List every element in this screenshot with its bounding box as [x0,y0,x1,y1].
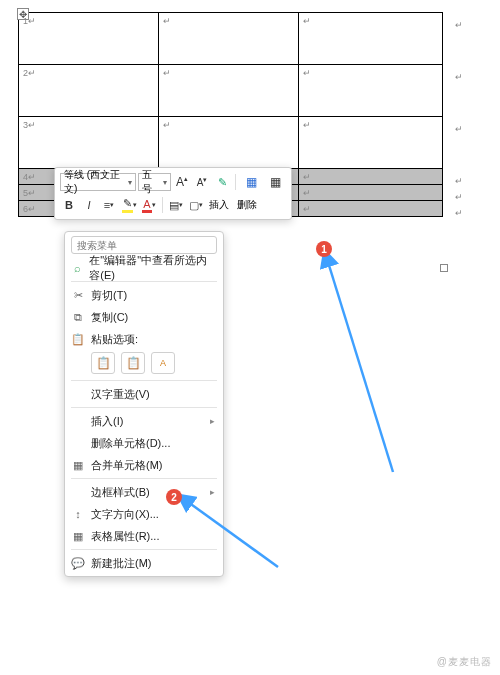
merge-icon: ▦ [71,459,85,472]
font-combo[interactable]: 等线 (西文正文)▾ [60,173,136,191]
insert-table-button[interactable]: ▦ [240,173,262,191]
grow-font-button[interactable]: A▴ [173,173,191,191]
format-painter-button[interactable]: ✎ [213,173,231,191]
menu-new-comment[interactable]: 💬 新建批注(M) [65,552,223,574]
paste-icon: 📋 [71,333,85,346]
submenu-arrow-icon: ▸ [210,416,215,426]
callout-badge-2: 2 [166,489,182,505]
paste-option-3[interactable]: A [151,352,175,374]
menu-cut[interactable]: ✂ 剪切(T) [65,284,223,306]
mini-toolbar: 等线 (西文正文)▾ 五号▾ A▴ A▾ ✎ ▦ ▦ B I ≡▾ ✎▾ A▾ … [54,167,292,220]
table-props-icon: ▦ [71,530,85,543]
menu-hanzi[interactable]: 汉字重选(V) [65,383,223,405]
menu-insert[interactable]: 插入(I) ▸ [65,410,223,432]
cell-margin-button[interactable]: ▢▾ [187,196,205,214]
lookup-icon: ⌕ [71,262,83,274]
table-row[interactable]: 1↵ ↵ ↵ [19,13,443,65]
table-row[interactable]: 2↵ ↵ ↵ [19,65,443,117]
font-color-button[interactable]: A▾ [140,196,158,214]
paste-option-1[interactable]: 📋 [91,352,115,374]
menu-delete-cells[interactable]: 删除单元格(D)... [65,432,223,454]
context-menu: ⌕ 在"编辑器"中查看所选内容(E) ✂ 剪切(T) ⧉ 复制(C) 📋 粘贴选… [64,231,224,577]
menu-separator [71,478,217,479]
bold-button[interactable]: B [60,196,78,214]
delete-table-button[interactable]: ▦ [264,173,286,191]
table-resize-handle[interactable] [440,264,448,272]
highlight-button[interactable]: ✎▾ [120,196,138,214]
italic-button[interactable]: I [80,196,98,214]
copy-icon: ⧉ [71,311,85,324]
menu-merge-cells[interactable]: ▦ 合并单元格(M) [65,454,223,476]
menu-search-input[interactable] [71,236,217,254]
delete-label: 删除 [237,198,257,212]
align-button[interactable]: ▤▾ [167,196,185,214]
row-end-markers: ↵↵↵ ↵↵↵ [455,20,467,224]
paste-option-2[interactable]: 📋 [121,352,145,374]
submenu-arrow-icon: ▸ [210,487,215,497]
comment-icon: 💬 [71,557,85,570]
table-row[interactable]: 3↵ ↵ ↵ [19,117,443,169]
callout-badge-1: 1 [316,241,332,257]
menu-border-style[interactable]: 边框样式(B) ▸ [65,481,223,503]
insert-label: 插入 [209,198,229,212]
menu-separator [71,380,217,381]
menu-separator [71,407,217,408]
watermark: @麦麦电器 [437,655,492,669]
menu-text-direction[interactable]: ↕ 文字方向(X)... [65,503,223,525]
border-button[interactable]: ≡▾ [100,196,118,214]
text-direction-icon: ↕ [71,508,85,520]
menu-separator [71,549,217,550]
menu-copy[interactable]: ⧉ 复制(C) [65,306,223,328]
menu-lookup[interactable]: ⌕ 在"编辑器"中查看所选内容(E) [65,257,223,279]
svg-line-0 [328,262,393,472]
cut-icon: ✂ [71,289,85,302]
menu-table-props[interactable]: ▦ 表格属性(R)... [65,525,223,547]
menu-paste-label: 📋 粘贴选项: [65,328,223,350]
shrink-font-button[interactable]: A▾ [193,173,211,191]
font-size-combo[interactable]: 五号▾ [138,173,171,191]
